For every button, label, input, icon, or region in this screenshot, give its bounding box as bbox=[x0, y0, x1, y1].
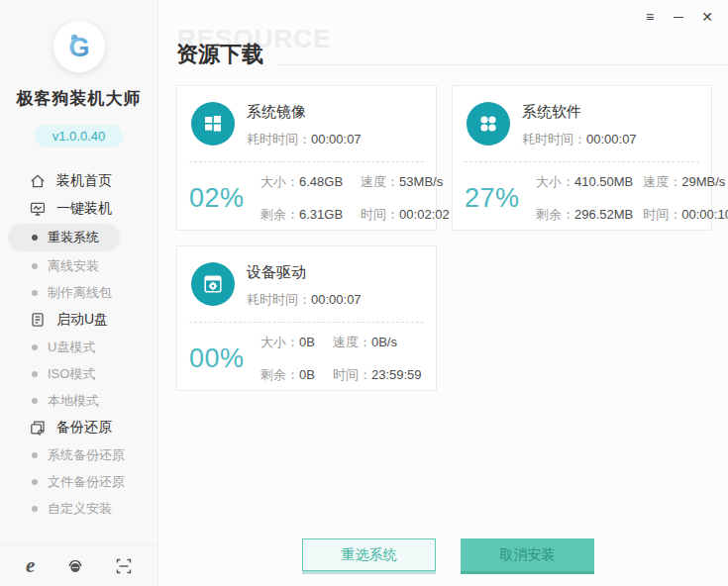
app-logo: G bbox=[53, 21, 105, 72]
sidebar-item-label: 启动U盘 bbox=[56, 311, 108, 329]
bullet-icon bbox=[32, 506, 38, 512]
download-cards: 系统镜像 耗时时间：00:00:07 02% 大小：6.48GB 速度：53MB… bbox=[176, 85, 713, 391]
card-system-image: 系统镜像 耗时时间：00:00:07 02% 大小：6.48GB 速度：53MB… bbox=[176, 85, 437, 231]
progress-percent: 27% bbox=[465, 183, 524, 214]
page-header: RESOURCE 资源下载 bbox=[176, 36, 728, 69]
header-divider bbox=[275, 64, 728, 65]
dog-g-logo-icon: G bbox=[61, 29, 97, 64]
card-title: 系统软件 bbox=[522, 102, 637, 122]
app-title: 极客狗装机大师 bbox=[17, 87, 142, 110]
sidebar-item-label: 自定义安装 bbox=[48, 500, 112, 518]
sidebar-item-reinstall-system[interactable]: 重装系统 bbox=[8, 224, 120, 251]
sidebar-item-home[interactable]: 装机首页 bbox=[0, 167, 157, 195]
sidebar-item-offline-install[interactable]: 离线安装 bbox=[0, 252, 157, 279]
sidebar-item-label: 离线安装 bbox=[48, 257, 99, 275]
sidebar-item-label: 制作离线包 bbox=[48, 284, 112, 302]
elapsed-time: 耗时时间：00:00:07 bbox=[522, 131, 637, 148]
card-title: 设备驱动 bbox=[247, 262, 362, 282]
sidebar-item-onekey-install[interactable]: 一键装机 bbox=[0, 195, 157, 223]
cancel-install-button[interactable]: 取消安装 bbox=[461, 538, 594, 571]
app-clover-icon bbox=[467, 102, 510, 146]
sidebar-item-backup-restore[interactable]: 备份还原 bbox=[0, 414, 157, 441]
svg-text:G: G bbox=[68, 33, 89, 62]
sidebar-item-label: ISO模式 bbox=[48, 365, 95, 383]
bullet-icon bbox=[32, 398, 38, 404]
sidebar-item-label: 本地模式 bbox=[48, 392, 99, 410]
ie-browser-icon[interactable]: e bbox=[26, 555, 35, 576]
version-badge: v1.0.0.40 bbox=[35, 125, 124, 147]
progress-percent: 00% bbox=[189, 343, 249, 374]
bullet-icon bbox=[32, 452, 38, 458]
sidebar-item-label: 重装系统 bbox=[48, 229, 99, 246]
sidebar-item-file-backup-restore[interactable]: 文件备份还原 bbox=[0, 468, 157, 495]
bullet-icon bbox=[32, 235, 38, 241]
app-window: G 极客狗装机大师 v1.0.0.40 装机首页 一键装机 bbox=[0, 0, 728, 586]
menu-icon[interactable]: ≡ bbox=[642, 9, 658, 25]
driver-box-icon bbox=[191, 262, 235, 306]
sidebar-item-make-offline-pack[interactable]: 制作离线包 bbox=[0, 279, 157, 306]
home-icon bbox=[30, 173, 46, 189]
sidebar: G 极客狗装机大师 v1.0.0.40 装机首页 一键装机 bbox=[0, 0, 158, 586]
windows-grid-icon bbox=[191, 102, 235, 146]
card-device-driver: 设备驱动 耗时时间：00:00:07 00% 大小：0B 速度：0B/s 剩余：… bbox=[176, 245, 437, 391]
sidebar-item-local-mode[interactable]: 本地模式 bbox=[0, 387, 157, 414]
progress-percent: 02% bbox=[189, 183, 249, 214]
bullet-icon bbox=[32, 344, 38, 350]
elapsed-time: 耗时时间：00:00:07 bbox=[247, 131, 362, 148]
bullet-icon bbox=[32, 290, 38, 296]
sidebar-nav: 装机首页 一键装机 重装系统 离线安装 制作离线包 bbox=[0, 167, 157, 522]
sidebar-item-boot-usb[interactable]: 启动U盘 bbox=[0, 306, 157, 334]
page-title: 资源下载 bbox=[176, 40, 263, 69]
reselect-system-button[interactable]: 重选系统 bbox=[302, 538, 436, 571]
scan-icon[interactable] bbox=[116, 558, 132, 574]
sidebar-item-usb-mode[interactable]: U盘模式 bbox=[0, 334, 157, 360]
sidebar-item-label: 一键装机 bbox=[56, 200, 112, 218]
download-stats: 大小：6.48GB 速度：53MB/s 剩余：6.31GB 时间：00:02:0… bbox=[260, 173, 450, 224]
main-panel: ≡ ─ ✕ RESOURCE 资源下载 bbox=[158, 0, 728, 586]
bullet-icon bbox=[32, 263, 38, 269]
monitor-chart-icon bbox=[30, 201, 46, 217]
sidebar-item-system-backup-restore[interactable]: 系统备份还原 bbox=[0, 441, 157, 468]
sidebar-item-custom-install[interactable]: 自定义安装 bbox=[0, 495, 157, 522]
boot-disk-icon bbox=[30, 312, 46, 328]
download-stats: 大小：0B 速度：0B/s 剩余：0B 时间：23:59:59 bbox=[260, 334, 422, 384]
sidebar-item-label: 装机首页 bbox=[56, 172, 112, 190]
card-system-software: 系统软件 耗时时间：00:00:07 27% 大小：410.50MB 速度：29… bbox=[452, 85, 712, 231]
window-controls: ≡ ─ ✕ bbox=[642, 9, 715, 25]
minimize-icon[interactable]: ─ bbox=[671, 9, 686, 25]
card-title: 系统镜像 bbox=[247, 102, 362, 122]
sidebar-item-label: 文件备份还原 bbox=[48, 473, 125, 491]
backup-restore-icon bbox=[30, 420, 46, 436]
sidebar-item-iso-mode[interactable]: ISO模式 bbox=[0, 360, 157, 387]
sidebar-footer: e bbox=[0, 544, 157, 586]
download-stats: 大小：410.50MB 速度：29MB/s 剩余：296.52MB 时间：00:… bbox=[536, 173, 728, 224]
customer-service-icon[interactable] bbox=[66, 557, 84, 575]
sidebar-item-label: U盘模式 bbox=[48, 339, 95, 356]
sidebar-item-label: 系统备份还原 bbox=[48, 446, 125, 464]
elapsed-time: 耗时时间：00:00:07 bbox=[247, 291, 362, 309]
close-icon[interactable]: ✕ bbox=[699, 9, 715, 25]
bullet-icon bbox=[32, 479, 38, 485]
sidebar-item-label: 备份还原 bbox=[56, 419, 112, 437]
bullet-icon bbox=[32, 371, 38, 377]
